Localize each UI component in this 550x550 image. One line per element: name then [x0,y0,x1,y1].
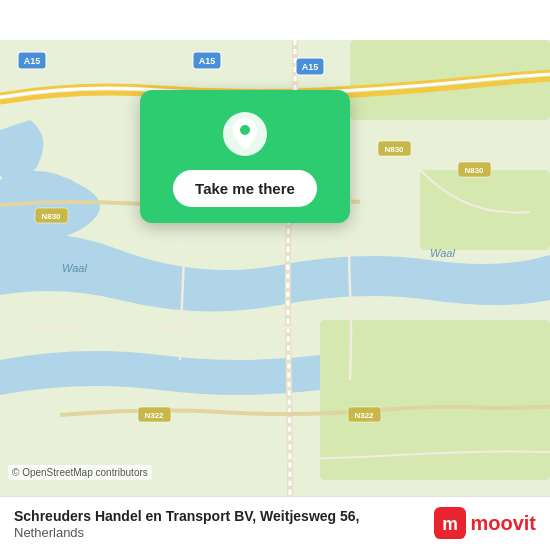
location-name: Schreuders Handel en Transport BV, Weitj… [14,507,434,525]
svg-text:A15: A15 [302,62,319,72]
svg-text:N830: N830 [384,145,404,154]
svg-text:Waal: Waal [430,247,455,259]
svg-text:A15: A15 [24,56,41,66]
svg-text:N322: N322 [144,411,164,420]
svg-text:Waal: Waal [62,262,87,274]
location-pin-icon [221,110,269,158]
svg-point-26 [240,125,250,135]
map-container: A15 A15 A15 N830 N830 N830 N830 N322 N32… [0,0,550,550]
moovit-icon: m [434,507,466,539]
location-info: Schreuders Handel en Transport BV, Weitj… [14,507,434,540]
svg-text:N322: N322 [354,411,374,420]
popup-card[interactable]: Take me there [140,90,350,223]
moovit-label: moovit [470,512,536,535]
svg-rect-2 [320,320,550,480]
svg-text:N830: N830 [464,166,484,175]
take-me-there-button[interactable]: Take me there [173,170,317,207]
svg-text:A15: A15 [199,56,216,66]
map-attribution: © OpenStreetMap contributors [8,465,152,480]
moovit-logo: m moovit [434,507,536,539]
bottom-bar: Schreuders Handel en Transport BV, Weitj… [0,496,550,550]
location-country: Netherlands [14,525,434,540]
svg-text:m: m [443,515,459,535]
svg-text:N830: N830 [41,212,61,221]
